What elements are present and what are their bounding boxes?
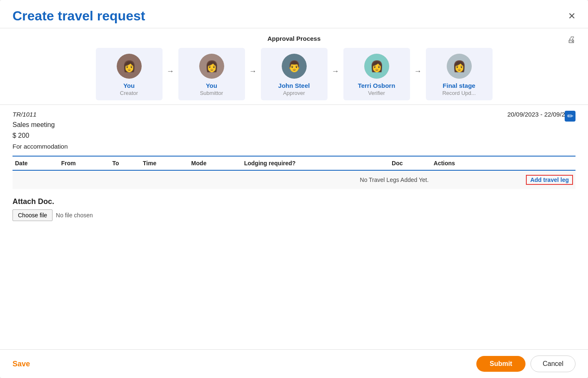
avatar-creator: 👩 <box>117 54 142 79</box>
avatar-face-approver: 👨 <box>282 54 307 79</box>
approval-step-final: 👩 Final stage Record Upd... <box>426 48 493 100</box>
modal-title: Create travel request <box>13 8 145 24</box>
edit-icon[interactable]: ✏ <box>565 111 575 122</box>
close-button[interactable]: ✕ <box>568 12 575 21</box>
step-role-verifier: Verifier <box>368 90 385 96</box>
submit-button[interactable]: Submit <box>476 356 525 372</box>
step-name-creator: You <box>123 82 135 89</box>
avatar-final: 👩 <box>447 54 472 79</box>
create-travel-request-modal: Create travel request ✕ Approval Process… <box>0 0 588 378</box>
col-from: From <box>59 156 110 170</box>
request-amount: $ 200 <box>13 132 575 139</box>
table-header-row: Date From To Time Mode Lodging required?… <box>13 156 575 170</box>
step-role-approver: Approver <box>283 90 305 96</box>
travel-legs-table: Date From To Time Mode Lodging required?… <box>13 156 575 189</box>
step-name-submittor: You <box>206 82 217 89</box>
approval-step-creator: 👩 You Creator <box>96 48 163 100</box>
attach-doc-label: Attach Doc. <box>13 197 575 206</box>
add-leg-cell: Add travel leg <box>431 170 575 189</box>
request-meta: TR/1011 20/09/2023 - 22/09/2023 <box>13 111 575 118</box>
no-legs-row: No Travel Legs Added Yet. Add travel leg <box>13 170 575 189</box>
avatar-face-verifier: 👩 <box>364 54 389 79</box>
arrow-3: → <box>332 67 339 82</box>
arrow-4: → <box>414 67 422 82</box>
cancel-button[interactable]: Cancel <box>530 356 575 372</box>
step-name-verifier: Terri Osborn <box>358 82 395 89</box>
step-name-final: Final stage <box>443 82 475 89</box>
save-button[interactable]: Save <box>13 360 30 368</box>
approval-step-approver: 👨 John Steel Approver <box>261 48 328 100</box>
choose-file-button[interactable]: Choose file <box>13 209 53 221</box>
main-content: ✏ TR/1011 20/09/2023 - 22/09/2023 Sales … <box>0 105 588 349</box>
request-description: For accommodation <box>13 143 575 150</box>
no-file-text: No file chosen <box>56 212 93 219</box>
footer-right: Submit Cancel <box>476 356 575 372</box>
approval-title: Approval Process <box>13 35 575 42</box>
col-actions: Actions <box>431 156 575 170</box>
file-input-row: Choose file No file chosen <box>13 209 575 221</box>
approval-steps: 👩 You Creator → 👩 You Submittor → 👨 John… <box>13 48 575 100</box>
request-title: Sales meeting <box>13 121 575 129</box>
col-time: Time <box>140 156 189 170</box>
approval-step-verifier: 👩 Terri Osborn Verifier <box>343 48 410 100</box>
no-legs-text: No Travel Legs Added Yet. <box>13 170 431 189</box>
col-lodging: Lodging required? <box>242 156 389 170</box>
avatar-approver: 👨 <box>282 54 307 79</box>
step-role-creator: Creator <box>120 90 138 96</box>
request-id: TR/1011 <box>13 111 37 118</box>
print-icon[interactable]: 🖨 <box>567 35 575 45</box>
col-to: To <box>110 156 140 170</box>
avatar-face-creator: 👩 <box>117 54 142 79</box>
arrow-1: → <box>167 67 174 82</box>
col-mode: Mode <box>189 156 242 170</box>
avatar-verifier: 👩 <box>364 54 389 79</box>
approval-step-submittor: 👩 You Submittor <box>178 48 245 100</box>
step-role-final: Record Upd... <box>442 90 475 96</box>
col-date: Date <box>13 156 59 170</box>
approval-section: Approval Process 🖨 👩 You Creator → 👩 You… <box>0 28 588 105</box>
step-role-submittor: Submittor <box>200 90 223 96</box>
avatar-submittor: 👩 <box>199 54 224 79</box>
attach-doc-section: Attach Doc. Choose file No file chosen <box>13 197 575 221</box>
step-name-approver: John Steel <box>278 82 310 89</box>
avatar-face-final: 👩 <box>447 54 472 79</box>
col-doc: Doc <box>389 156 431 170</box>
modal-footer: Save Submit Cancel <box>0 349 588 378</box>
arrow-2: → <box>249 67 257 82</box>
add-travel-leg-button[interactable]: Add travel leg <box>526 175 573 185</box>
modal-header: Create travel request ✕ <box>0 0 588 28</box>
avatar-face-submittor: 👩 <box>199 54 224 79</box>
